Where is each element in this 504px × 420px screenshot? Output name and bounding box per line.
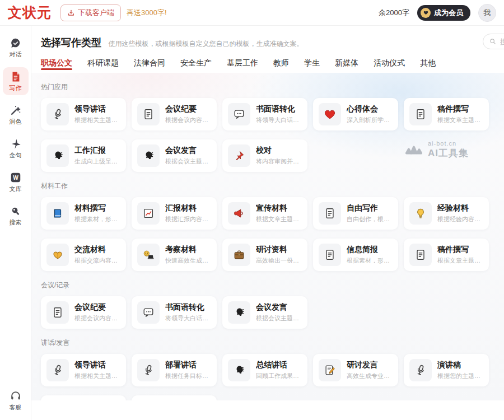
tab-教师[interactable]: 教师: [273, 58, 289, 73]
section-label: 热门应用: [41, 82, 494, 92]
card-desc: 根据汇报内容，...: [165, 215, 212, 223]
search-box[interactable]: [483, 34, 504, 49]
card-desc: 将领导大白话转...: [256, 116, 303, 124]
sidebar-item-writing[interactable]: 写作: [3, 67, 29, 95]
sidebar-item-label: 润色: [10, 118, 22, 126]
template-card[interactable]: 校对将内容审阅并提...: [222, 139, 307, 172]
template-card[interactable]: 交流材料根据交流内容，...: [41, 239, 126, 271]
avatar[interactable]: 我: [478, 4, 496, 22]
card-desc: 根据经验内容，...: [437, 215, 484, 223]
tab-其他[interactable]: 其他: [420, 58, 436, 73]
section: 材料工作材料撰写根据素材，形成...汇报材料根据汇报内容，...宣传材料根据文章…: [41, 181, 494, 271]
card-grid: 材料撰写根据素材，形成...汇报材料根据汇报内容，...宣传材料根据文章主题和.…: [41, 197, 494, 271]
card-title: 稿件撰写: [437, 245, 484, 255]
card-title: 稿件撰写: [437, 104, 484, 114]
card-title: 领导讲话: [74, 104, 122, 114]
card-title: 交流材料: [74, 245, 122, 255]
document-icon: [409, 244, 432, 266]
tab-科研课题[interactable]: 科研课题: [87, 58, 119, 73]
template-card[interactable]: 研讨资料高效输出一份研...: [222, 239, 307, 271]
sidebar-item-search[interactable]: 搜索: [3, 202, 29, 230]
template-card[interactable]: 总结讲话回顾工作成果，...: [222, 354, 307, 386]
template-card[interactable]: 座谈发言根据主旨内容，...: [41, 395, 126, 400]
card-desc: 根据素材，形成...: [347, 256, 394, 265]
template-card[interactable]: 稿件撰写根据文章主题，...: [404, 98, 489, 130]
template-card[interactable]: 演讲稿根据您的主题和...: [404, 354, 489, 386]
template-card[interactable]: 稿件撰写根据文章主题，...: [404, 239, 489, 271]
download-client-label: 下载客户端: [78, 8, 114, 18]
template-card[interactable]: 研讨发言高效生成专业研...: [313, 354, 398, 386]
card-title: 自由写作: [347, 203, 394, 213]
template-card[interactable]: 会议发言根据会议主题和...: [132, 139, 217, 172]
template-card[interactable]: 书面语转化将领导大白话转...: [222, 98, 307, 130]
card-desc: 根据素材，形成...: [74, 215, 122, 223]
template-card[interactable]: 工作汇报生成向上级呈现...: [41, 139, 126, 172]
tab-学生[interactable]: 学生: [304, 58, 320, 73]
card-title: 校对: [256, 146, 303, 156]
template-card[interactable]: 领导讲话根据相关主题及...: [41, 98, 126, 130]
template-card[interactable]: 考察材料快速高效生成党...: [132, 239, 217, 271]
tab-职场公文[interactable]: 职场公文: [41, 58, 72, 73]
writing-icon: [10, 71, 22, 83]
card-title: 考察材料: [165, 245, 212, 255]
page-title: 选择写作类型: [41, 37, 101, 48]
template-card[interactable]: 经验材料根据经验内容，...: [404, 197, 489, 230]
briefcase-icon: [228, 244, 250, 266]
card-desc: 根据文章主题，...: [437, 116, 484, 124]
card-desc: 深入剖析所学所...: [347, 116, 394, 124]
pushpin-icon: [228, 144, 250, 167]
sidebar-item-label: 对话: [10, 50, 22, 59]
tab-法律合同[interactable]: 法律合同: [134, 58, 165, 73]
card-title: 书面语转化: [256, 104, 303, 114]
tab-活动仪式[interactable]: 活动仪式: [374, 58, 405, 73]
megaphone-red-icon: [228, 202, 250, 225]
gold-heart-icon: [46, 244, 69, 266]
section-label: 材料工作: [41, 181, 494, 191]
template-card[interactable]: 会议纪要根据会议内容，...: [132, 98, 217, 130]
speaking-head-icon: [228, 301, 250, 324]
document-icon: [409, 103, 432, 125]
template-card[interactable]: 会议发言根据会议主题和...: [222, 296, 307, 329]
become-member-button[interactable]: 成为会员: [417, 5, 470, 21]
card-title: 部署讲话: [165, 360, 212, 370]
microphone-icon: [137, 359, 160, 381]
card-grid: 领导讲话根据相关主题及...部署讲话根据任务目标，...总结讲话回顾工作成果，.…: [41, 354, 494, 400]
document-icon: [319, 202, 341, 225]
card-title: 经验材料: [437, 203, 484, 213]
template-card[interactable]: 自由写作自由创作，根据...: [313, 197, 398, 230]
card-title: 汇报材料: [165, 203, 212, 213]
app-logo: 文状元: [8, 3, 52, 22]
sidebar-item-chat[interactable]: 对话: [3, 34, 29, 62]
card-desc: 自由创作，根据...: [347, 215, 394, 223]
memo-pencil-icon: [319, 359, 341, 381]
template-card[interactable]: 宣传材料根据文章主题和...: [222, 197, 307, 230]
tab-新媒体[interactable]: 新媒体: [335, 58, 358, 73]
sidebar-item-quotes[interactable]: 金句: [3, 134, 29, 162]
template-card[interactable]: 表态发言轻松帮你生成表...: [132, 395, 217, 400]
card-title: 心得体会: [347, 104, 394, 114]
search-input[interactable]: [500, 38, 504, 46]
template-card[interactable]: 领导讲话根据相关主题及...: [41, 354, 126, 386]
main-content: 选择写作类型 使用这些模板，或根据模板自定义您自己的模板，生成准确文案。 职场公…: [31, 26, 504, 420]
template-card[interactable]: 书面语转化将领导大白话转...: [132, 296, 217, 329]
template-card[interactable]: 汇报材料根据汇报内容，...: [132, 197, 217, 230]
sidebar-item-label: 写作: [10, 84, 22, 92]
sidebar-item-library[interactable]: W文库: [3, 168, 29, 196]
tab-安全生产[interactable]: 安全生产: [180, 58, 212, 73]
card-desc: 根据相关主题及...: [74, 372, 122, 380]
template-card[interactable]: 会议纪要根据会议内容，...: [41, 296, 126, 329]
template-card[interactable]: 材料撰写根据素材，形成...: [41, 197, 126, 230]
card-desc: 根据会议主题和...: [165, 157, 212, 166]
speaking-head-icon: [46, 144, 69, 167]
sidebar-item-support[interactable]: 客服: [3, 386, 29, 414]
template-sections: 热门应用领导讲话根据相关主题及...会议纪要根据会议内容，...书面语转化将领导…: [31, 73, 504, 400]
vip-heart-icon: [421, 8, 431, 18]
template-card[interactable]: 心得体会深入剖析所学所...: [313, 98, 398, 130]
sidebar-item-polish[interactable]: 润色: [3, 101, 29, 129]
template-card[interactable]: 信息简报根据素材，形成...: [313, 239, 398, 271]
template-card[interactable]: 部署讲话根据任务目标，...: [132, 354, 217, 386]
tab-基层工作[interactable]: 基层工作: [227, 58, 258, 73]
download-client-button[interactable]: 下载客户端: [60, 4, 121, 21]
card-grid: 领导讲话根据相关主题及...会议纪要根据会议内容，...书面语转化将领导大白话转…: [41, 98, 494, 172]
document-icon: [319, 244, 341, 266]
